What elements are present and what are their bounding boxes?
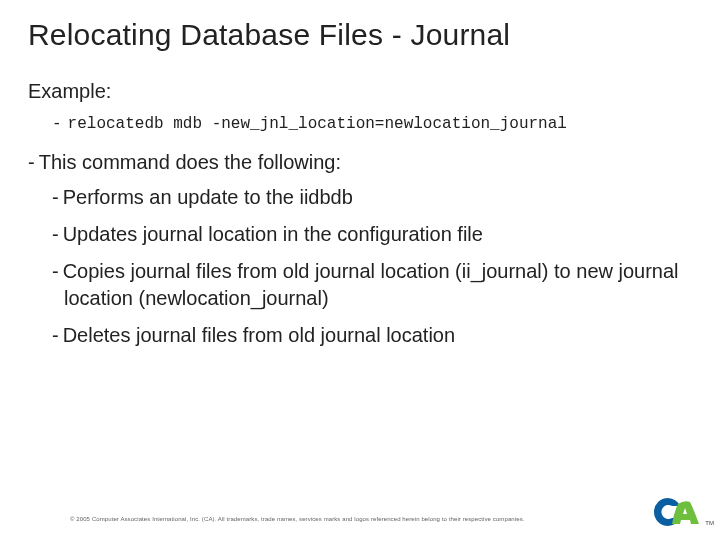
bullet-text: Updates journal location in the configur… bbox=[63, 223, 483, 245]
intro-line: -This command does the following: bbox=[28, 151, 692, 174]
code-text: relocatedb mdb -new_jnl_location=newloca… bbox=[68, 115, 567, 133]
slide-title: Relocating Database Files - Journal bbox=[28, 18, 692, 52]
bullet-item: -Updates journal location in the configu… bbox=[52, 221, 692, 248]
bullet-item: -Performs an update to the iidbdb bbox=[52, 184, 692, 211]
ca-logo-icon bbox=[650, 494, 702, 530]
bullet-item: -Copies journal files from old journal l… bbox=[52, 258, 692, 312]
bullet-text: Copies journal files from old journal lo… bbox=[63, 260, 679, 309]
trademark-label: TM bbox=[705, 520, 714, 526]
code-example: -relocatedb mdb -new_jnl_location=newloc… bbox=[52, 115, 692, 133]
dash-icon: - bbox=[52, 324, 59, 346]
intro-text: This command does the following: bbox=[39, 151, 341, 173]
example-label: Example: bbox=[28, 80, 692, 103]
bullet-text: Deletes journal files from old journal l… bbox=[63, 324, 455, 346]
bullet-item: -Deletes journal files from old journal … bbox=[52, 322, 692, 349]
copyright-text: © 2005 Computer Associates International… bbox=[70, 516, 525, 522]
dash-icon: - bbox=[52, 223, 59, 245]
dash-icon: - bbox=[52, 115, 62, 133]
bullet-text: Performs an update to the iidbdb bbox=[63, 186, 353, 208]
dash-icon: - bbox=[52, 260, 59, 282]
dash-icon: - bbox=[28, 151, 35, 173]
dash-icon: - bbox=[52, 186, 59, 208]
